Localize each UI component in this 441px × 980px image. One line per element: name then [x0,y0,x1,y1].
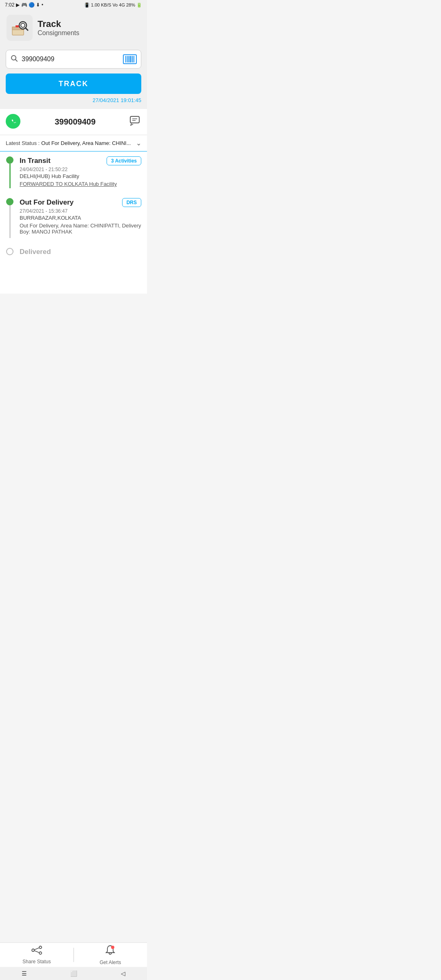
datetime-in-transit: 24/04/2021 - 21:50:22 [20,167,141,172]
svg-rect-8 [125,56,126,62]
svg-rect-9 [127,56,127,62]
last-updated-timestamp: 27/04/2021 19:01:45 [6,97,141,103]
search-box [6,50,141,69]
tracking-result: 399009409 Latest Status : Out For Delive… [0,109,147,294]
latest-status-value: Out For Delivery, Area Name: CHINI... [41,140,136,146]
status-bar: 7:02 ▶ 🎮 🔵 ⬇ • 📳 1.00 KB/S Vo 4G 28% 🔋 [0,0,147,10]
tracking-header: 399009409 [0,109,147,135]
header-subtitle: Consignments [38,29,79,37]
search-section: TRACK 27/04/2021 19:01:45 [0,46,147,109]
chevron-down-icon: ⌄ [136,139,141,147]
search-icon [10,54,18,65]
svg-rect-13 [131,56,132,62]
timeline-content-in-transit: In Transit 3 Activities 24/04/2021 - 21:… [20,156,141,188]
track-button[interactable]: TRACK [6,74,141,94]
svg-line-4 [25,28,28,30]
desc-out-delivery: Out For Delivery, Area Name: CHINIPATTI,… [20,223,141,235]
whatsapp-icon[interactable] [6,114,20,130]
svg-rect-5 [16,25,19,27]
timeline-item-in-transit: In Transit 3 Activities 24/04/2021 - 21:… [6,156,141,188]
svg-rect-10 [128,56,129,62]
svg-rect-15 [134,56,134,62]
timeline-item-out-for-delivery: Out For Delivery DRS 27/04/2021 - 15:36:… [6,198,141,238]
latest-status-bar[interactable]: Latest Status : Out For Delivery, Area N… [0,135,147,151]
barcode-icon[interactable] [123,54,137,64]
status-indicators: 📳 1.00 KB/S Vo 4G 28% 🔋 [84,2,142,8]
track-icon-svg [10,18,29,38]
svg-rect-17 [130,116,139,123]
timeline-dot-empty [6,248,13,255]
desc-in-transit: FORWARDED TO KOLKATA Hub Facility [20,181,141,187]
activities-badge[interactable]: 3 Activities [107,156,141,165]
status-label-in-transit: In Transit [20,157,51,165]
timeline-line-gray [9,205,11,238]
timeline-item-delivered: Delivered [6,248,141,256]
location-out-delivery: BURRABAZAR,KOLKATA [20,215,141,221]
timeline-dot-filled-2 [6,198,13,205]
timeline: In Transit 3 Activities 24/04/2021 - 21:… [0,151,147,294]
chat-icon[interactable] [130,116,141,128]
app-icon [7,15,33,41]
svg-point-16 [6,114,20,129]
timeline-dot-filled [6,156,13,164]
timeline-content-out-for-delivery: Out For Delivery DRS 27/04/2021 - 15:36:… [20,198,141,238]
status-label-out-delivery: Out For Delivery [20,198,74,207]
header-title: Track [38,19,79,29]
status-label-delivered: Delivered [20,248,51,256]
latest-status-label: Latest Status : [6,140,40,146]
header: Track Consignments [0,10,147,46]
search-input[interactable] [22,56,123,63]
location-in-transit: DELHI(HUB) Hub Facility [20,173,141,179]
svg-rect-12 [130,56,131,62]
status-time: 7:02 ▶ 🎮 🔵 ⬇ • [5,2,43,8]
svg-rect-14 [132,56,133,62]
datetime-out-delivery: 27/04/2021 - 15:36:47 [20,208,141,214]
timeline-content-delivered: Delivered [20,248,141,256]
svg-line-7 [16,59,18,61]
svg-rect-11 [129,56,129,62]
header-text: Track Consignments [38,19,79,37]
timeline-line-green [9,164,11,188]
drs-badge[interactable]: DRS [122,198,141,207]
consignment-number: 399009409 [55,117,96,127]
